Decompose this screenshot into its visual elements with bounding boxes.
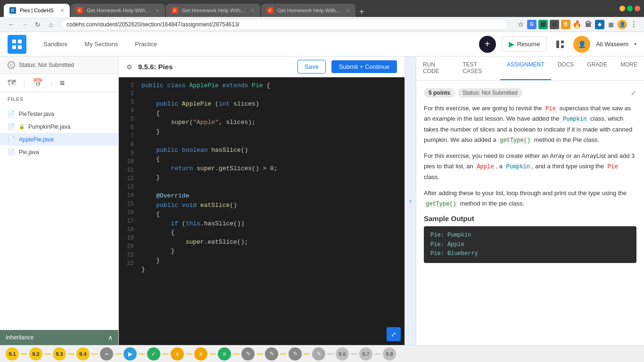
code-line-7	[141, 136, 401, 146]
progress-connector-1	[21, 354, 27, 354]
tab-codehs[interactable]: C Pies | CodeHS ×	[4, 4, 70, 17]
star-icon[interactable]: ☆	[516, 20, 525, 29]
progress-node-96[interactable]: 9.6	[336, 347, 349, 361]
app-nav: Sandbox My Sections Practice	[36, 38, 470, 50]
maximize-button[interactable]	[627, 6, 633, 11]
ext-7[interactable]: ◆	[595, 20, 604, 29]
tab-test-cases[interactable]: TEST CASES	[456, 57, 501, 80]
progress-icon-doc2[interactable]: ≡	[194, 347, 207, 361]
menu-icon[interactable]: ⋮	[629, 20, 638, 29]
assignment-para2: For this exercise, you need to create ei…	[424, 151, 636, 182]
submit-button[interactable]: Submit + Continue	[331, 60, 397, 73]
settings-icon[interactable]: ⚙	[126, 63, 132, 71]
tab-assignment[interactable]: ASSIGNMENT	[500, 57, 551, 80]
progress-node-93[interactable]: 9.3	[53, 347, 66, 361]
add-button[interactable]: +	[479, 36, 496, 53]
dropdown-arrow-icon[interactable]: ▾	[634, 41, 636, 47]
save-button[interactable]: Save	[297, 60, 326, 74]
sample-output-title: Sample Output	[424, 214, 636, 222]
ext-5[interactable]: 🔥	[572, 20, 582, 29]
badge-row: 5 points Status: Not Submitted ⤢	[424, 88, 636, 98]
ext-8[interactable]: ◼	[606, 20, 616, 29]
tab-close-codehs[interactable]: ×	[60, 7, 64, 14]
list-icon[interactable]: ≡	[60, 78, 65, 88]
calendar-icon[interactable]: 📅	[33, 78, 43, 88]
ext-2[interactable]: ⬛	[538, 20, 548, 29]
tab-chegg3[interactable]: C Get Homework Help With Chegg... ×	[261, 4, 355, 17]
progress-icon-pen1[interactable]: ✎	[241, 347, 255, 361]
ext-avatar[interactable]: 👤	[618, 20, 627, 29]
minimize-button[interactable]	[619, 6, 625, 11]
close-button[interactable]	[635, 6, 640, 11]
progress-icon-minus[interactable]: −	[100, 347, 113, 361]
tab-close-chegg2[interactable]: ×	[251, 7, 255, 14]
tab-title-codehs: Pies | CodeHS	[20, 8, 57, 13]
progress-icon-pen3[interactable]: ✎	[289, 347, 302, 361]
file-item-applepie[interactable]: 📄 ApplePie.java	[0, 133, 118, 146]
tab-chegg2[interactable]: C Get Homework Help With Chegg... ×	[166, 4, 260, 17]
code-text[interactable]: public class ApplePie extends Pie { publ…	[138, 77, 405, 345]
nav-buttons: ← → ↻ ⌂	[6, 19, 57, 30]
file-name-piejava: Pie.java	[19, 149, 39, 156]
ext-6[interactable]: 🏛	[584, 20, 593, 29]
nav-my-sections[interactable]: My Sections	[77, 38, 125, 50]
new-tab-button[interactable]: +	[355, 7, 368, 17]
expand-editor-button[interactable]: ⤢	[387, 327, 401, 341]
nav-sandbox[interactable]: Sandbox	[36, 38, 75, 50]
back-button[interactable]: ←	[6, 19, 17, 30]
browser-chrome: C Pies | CodeHS × C Get Homework Help Wi…	[0, 0, 644, 17]
code-line-20: }	[141, 256, 401, 265]
progress-node-92[interactable]: 9.2	[29, 347, 42, 361]
editor-header: ⚙ 9.5.6: Pies Save Submit + Continue	[119, 57, 405, 77]
progress-node-91[interactable]: 9.1	[6, 347, 19, 361]
layout-icon[interactable]	[553, 37, 568, 52]
svg-rect-3	[18, 45, 22, 49]
map-icon[interactable]: 🗺	[8, 78, 16, 88]
progress-icon-doc3[interactable]: ≡	[218, 347, 231, 361]
url-bar[interactable]: codehs.com/student/2052620/section/16484…	[60, 19, 508, 30]
tab-close-chegg3[interactable]: ×	[346, 7, 350, 14]
tab-title-chegg3: Get Homework Help With Chegg...	[277, 8, 342, 13]
expand-assignment-icon[interactable]: ⤢	[631, 89, 636, 97]
code-line-1: public class ApplePie extends Pie {	[141, 81, 401, 90]
progress-icon-video[interactable]: ▶	[124, 347, 137, 361]
tab-run-code[interactable]: RUN CODE	[416, 57, 456, 80]
progress-node-98[interactable]: 9.8	[383, 347, 396, 361]
reload-button[interactable]: ↻	[32, 19, 43, 30]
file-item-pietester[interactable]: 📄 PieTester.java	[0, 107, 118, 120]
user-avatar[interactable]: 👤	[573, 36, 590, 53]
app-logo	[8, 35, 26, 54]
sidebar-toggle-button[interactable]: ‹	[405, 57, 416, 345]
progress-icon-pen4[interactable]: ✎	[312, 347, 325, 361]
play-icon: ▶	[509, 40, 514, 49]
home-button[interactable]: ⌂	[45, 19, 57, 30]
progress-node-97[interactable]: 9.7	[359, 347, 372, 361]
app-header: Sandbox My Sections Practice + ▶ Resume …	[0, 32, 644, 57]
tab-grade[interactable]: GRADE	[580, 57, 614, 80]
code-line-8: public boolean hasSlice()	[141, 146, 401, 155]
progress-icon-pen2[interactable]: ✎	[265, 347, 278, 361]
module-label: Inheritance	[6, 334, 33, 341]
tab-docs[interactable]: DOCS	[551, 57, 581, 80]
tab-chegg1[interactable]: C Get Homework Help With Chegg... ×	[71, 4, 165, 17]
collapse-icon[interactable]: ∧	[108, 334, 113, 341]
progress-icon-check[interactable]: ✓	[147, 347, 160, 361]
tab-close-chegg1[interactable]: ×	[156, 7, 159, 14]
file-item-piejava[interactable]: 📄 Pie.java	[0, 146, 118, 158]
code-editor[interactable]: 12345 678910 1112131415 1617181920 2122 …	[119, 77, 405, 345]
nav-practice[interactable]: Practice	[127, 38, 165, 50]
ext-3[interactable]: ⬛	[550, 20, 559, 29]
file-item-pumpkinpie[interactable]: 📄 🔒 PumpkinPie.java	[0, 120, 118, 133]
ext-google[interactable]: G	[527, 20, 537, 29]
progress-node-94[interactable]: 9.4	[76, 347, 90, 361]
tab-more[interactable]: MORE	[614, 57, 644, 80]
progress-connector-4	[91, 354, 98, 354]
code-line-15: {	[141, 210, 401, 219]
code-line-4: {	[141, 109, 401, 118]
progress-connector-13	[304, 354, 310, 354]
ext-4[interactable]: B	[561, 20, 570, 29]
progress-icon-doc1[interactable]: ≡	[171, 347, 184, 361]
resume-button[interactable]: ▶ Resume	[502, 36, 547, 52]
divider2: |	[50, 80, 52, 87]
forward-button[interactable]: →	[19, 19, 30, 30]
